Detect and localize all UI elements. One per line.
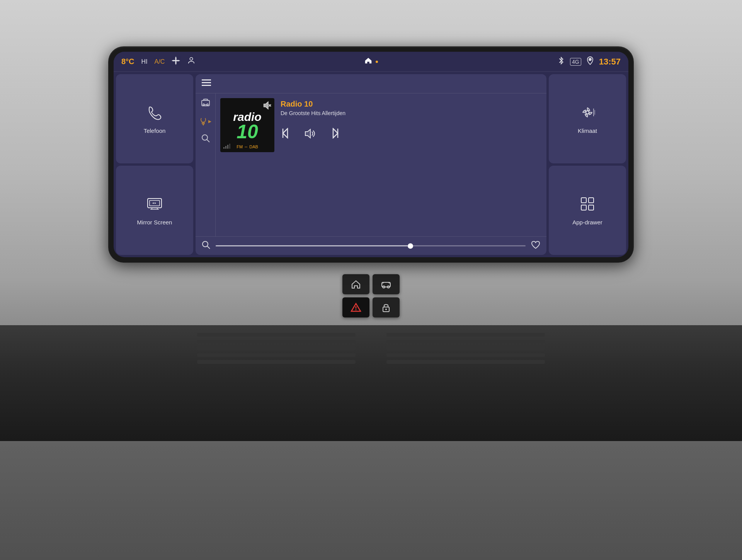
station-name: Radio 10	[281, 100, 542, 109]
svg-marker-24	[283, 129, 288, 138]
status-center	[288, 56, 454, 67]
svg-marker-26	[305, 129, 310, 138]
network-indicator: 4G	[570, 58, 581, 66]
radio-header	[196, 74, 546, 93]
svg-marker-27	[333, 129, 338, 138]
person-icon	[187, 56, 196, 67]
app-drawer-icon	[579, 195, 596, 216]
progress-bar[interactable]	[216, 245, 526, 246]
status-bar: 8°C HI A/C	[114, 52, 628, 72]
svg-marker-14	[208, 120, 211, 123]
vent-area	[0, 325, 742, 441]
svg-rect-36	[581, 205, 586, 210]
fm-dab-indicator: FM ↔ DAB	[220, 143, 274, 150]
progress-thumb[interactable]	[408, 243, 413, 249]
search-icon-bottom[interactable]	[202, 241, 210, 251]
car-physical-button[interactable]	[373, 274, 400, 294]
radio-info: Radio 10 De Grootste Hits Allertijden	[281, 98, 542, 232]
hvac-mode: HI	[141, 58, 148, 65]
svg-point-15	[202, 135, 208, 140]
dashboard-area: 8°C HI A/C	[0, 0, 742, 560]
fan-icon	[172, 56, 180, 67]
svg-marker-17	[264, 102, 268, 109]
station-slogan: De Grootste Hits Allertijden	[281, 110, 542, 116]
app-drawer-label: App-drawer	[572, 219, 602, 226]
clock-display: 13:57	[599, 57, 621, 67]
lock-physical-button[interactable]	[373, 297, 400, 317]
location-icon	[587, 56, 594, 67]
svg-point-11	[207, 104, 208, 105]
left-panel: Telefoon	[116, 74, 193, 255]
bluetooth-icon	[558, 56, 565, 67]
album-art: radio 10	[220, 98, 274, 152]
home-icon-status[interactable]	[364, 56, 373, 67]
search-sidebar-icon[interactable]	[201, 134, 210, 144]
button-row-bottom	[342, 297, 400, 317]
svg-rect-34	[581, 198, 586, 203]
svg-rect-37	[589, 205, 594, 210]
mirror-screen-label: Mirror Screen	[137, 219, 172, 226]
next-button[interactable]	[328, 128, 340, 141]
radio-logo-number: 10	[233, 124, 261, 140]
phone-label: Telefoon	[144, 127, 166, 134]
radio-logo: radio 10	[233, 110, 261, 140]
temperature-display: 8°C	[121, 57, 134, 66]
antenna-icon[interactable]	[199, 117, 211, 126]
ac-indicator: A/C	[155, 58, 165, 65]
physical-controls	[342, 274, 400, 317]
left-vent	[197, 333, 356, 364]
fm-dab-text: FM ↔ DAB	[237, 144, 258, 149]
volume-button[interactable]	[305, 129, 316, 141]
svg-point-45	[385, 309, 387, 310]
right-vent	[386, 333, 545, 364]
svg-line-30	[207, 246, 210, 249]
svg-line-16	[207, 139, 209, 142]
status-right: 4G 13:57	[454, 56, 621, 67]
phone-icon	[146, 104, 163, 124]
screen-bezel: 8°C HI A/C	[108, 46, 634, 263]
mirror-screen-icon	[146, 195, 163, 216]
mirror-screen-tile[interactable]: Mirror Screen	[116, 166, 193, 255]
svg-point-29	[203, 241, 208, 247]
player-controls	[281, 128, 542, 141]
svg-point-1	[190, 58, 193, 60]
music-notes-icon[interactable]	[201, 98, 210, 109]
progress-row	[196, 236, 546, 255]
main-content: Telefoon	[114, 72, 628, 257]
klimaat-label: Klimaat	[578, 127, 597, 134]
car-interior: 8°C HI A/C	[0, 0, 742, 560]
hazard-physical-button[interactable]	[342, 297, 369, 317]
infotainment-screen: 8°C HI A/C	[114, 52, 628, 257]
svg-point-43	[356, 309, 357, 311]
radio-main: radio 10	[216, 93, 546, 236]
prev-button[interactable]	[281, 128, 293, 141]
app-drawer-tile[interactable]: App-drawer	[549, 166, 626, 255]
menu-icon[interactable]	[202, 79, 211, 88]
home-physical-button[interactable]	[342, 274, 369, 294]
radio-panel: radio 10	[196, 74, 546, 255]
klimaat-tile[interactable]: Klimaat	[549, 74, 626, 163]
right-panel: Klimaat	[549, 74, 626, 255]
svg-rect-35	[589, 198, 594, 203]
button-row-top	[342, 274, 400, 294]
svg-point-31	[586, 111, 589, 114]
svg-point-0	[175, 60, 177, 61]
progress-fill	[216, 245, 408, 246]
phone-tile[interactable]: Telefoon	[116, 74, 193, 163]
svg-point-2	[589, 58, 591, 61]
svg-point-10	[203, 104, 204, 105]
status-left: 8°C HI A/C	[121, 56, 288, 67]
favorite-button[interactable]	[531, 241, 540, 251]
klimaat-icon	[579, 104, 596, 124]
mute-icon[interactable]	[263, 101, 271, 112]
radio-sidebar	[196, 93, 216, 236]
radio-body: radio 10	[196, 93, 546, 236]
page-dot-indicator	[376, 61, 378, 63]
